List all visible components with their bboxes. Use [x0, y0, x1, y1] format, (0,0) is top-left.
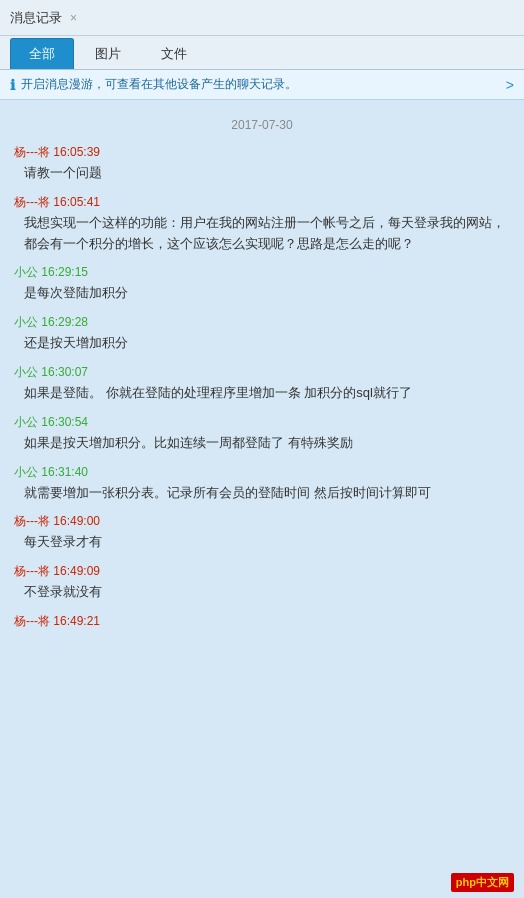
- sender-line: 小公 16:29:28: [14, 314, 510, 331]
- sender-line: 杨---将 16:05:41: [14, 194, 510, 211]
- message-group: 杨---将 16:05:41我想实现一个这样的功能：用户在我的网站注册一个帐号之…: [14, 194, 510, 255]
- message-text: 就需要增加一张积分表。记录所有会员的登陆时间 然后按时间计算即可: [14, 483, 510, 504]
- php-brand: php: [456, 876, 476, 888]
- message-group: 小公 16:31:40就需要增加一张积分表。记录所有会员的登陆时间 然后按时间计…: [14, 464, 510, 504]
- sender-line: 小公 16:30:54: [14, 414, 510, 431]
- banner-arrow-icon[interactable]: >: [506, 77, 514, 93]
- sender-line: 小公 16:29:15: [14, 264, 510, 281]
- sender-line: 杨---将 16:49:21: [14, 613, 510, 630]
- sender-line: 小公 16:30:07: [14, 364, 510, 381]
- info-icon: ℹ: [10, 77, 15, 93]
- message-group: 小公 16:29:28还是按天增加积分: [14, 314, 510, 354]
- message-text: 是每次登陆加积分: [14, 283, 510, 304]
- sender-line: 杨---将 16:49:09: [14, 563, 510, 580]
- tab-files[interactable]: 文件: [142, 38, 206, 69]
- message-group: 杨---将 16:05:39请教一个问题: [14, 144, 510, 184]
- message-text: 请教一个问题: [14, 163, 510, 184]
- message-group: 杨---将 16:49:00每天登录才有: [14, 513, 510, 553]
- sender-line: 小公 16:31:40: [14, 464, 510, 481]
- tab-images[interactable]: 图片: [76, 38, 140, 69]
- message-group: 杨---将 16:49:09不登录就没有: [14, 563, 510, 603]
- message-group: 杨---将 16:49:21: [14, 613, 510, 630]
- close-button[interactable]: ×: [70, 11, 77, 25]
- message-group: 小公 16:29:15是每次登陆加积分: [14, 264, 510, 304]
- banner-text: 开启消息漫游，可查看在其他设备产生的聊天记录。: [21, 76, 297, 93]
- tab-all[interactable]: 全部: [10, 38, 74, 69]
- top-bar: 消息记录 ×: [0, 0, 524, 36]
- message-text: 我想实现一个这样的功能：用户在我的网站注册一个帐号之后，每天登录我的网站，都会有…: [14, 213, 510, 255]
- message-roaming-banner[interactable]: ℹ 开启消息漫游，可查看在其他设备产生的聊天记录。 >: [0, 70, 524, 100]
- chat-area: 2017-07-30 杨---将 16:05:39请教一个问题杨---将 16:…: [0, 100, 524, 894]
- message-text: 如果是登陆。 你就在登陆的处理程序里增加一条 加积分的sql就行了: [14, 383, 510, 404]
- message-text: 还是按天增加积分: [14, 333, 510, 354]
- window-title: 消息记录: [10, 9, 62, 27]
- message-group: 小公 16:30:54如果是按天增加积分。比如连续一周都登陆了 有特殊奖励: [14, 414, 510, 454]
- message-group: 小公 16:30:07如果是登陆。 你就在登陆的处理程序里增加一条 加积分的sq…: [14, 364, 510, 404]
- date-divider: 2017-07-30: [14, 118, 510, 132]
- sender-line: 杨---将 16:05:39: [14, 144, 510, 161]
- message-text: 每天登录才有: [14, 532, 510, 553]
- php-logo: php中文网: [451, 873, 514, 892]
- tab-bar: 全部 图片 文件: [0, 36, 524, 70]
- sender-line: 杨---将 16:49:00: [14, 513, 510, 530]
- php-suffix: 中文网: [476, 876, 509, 888]
- messages-container: 杨---将 16:05:39请教一个问题杨---将 16:05:41我想实现一个…: [14, 144, 510, 630]
- message-text: 不登录就没有: [14, 582, 510, 603]
- message-text: 如果是按天增加积分。比如连续一周都登陆了 有特殊奖励: [14, 433, 510, 454]
